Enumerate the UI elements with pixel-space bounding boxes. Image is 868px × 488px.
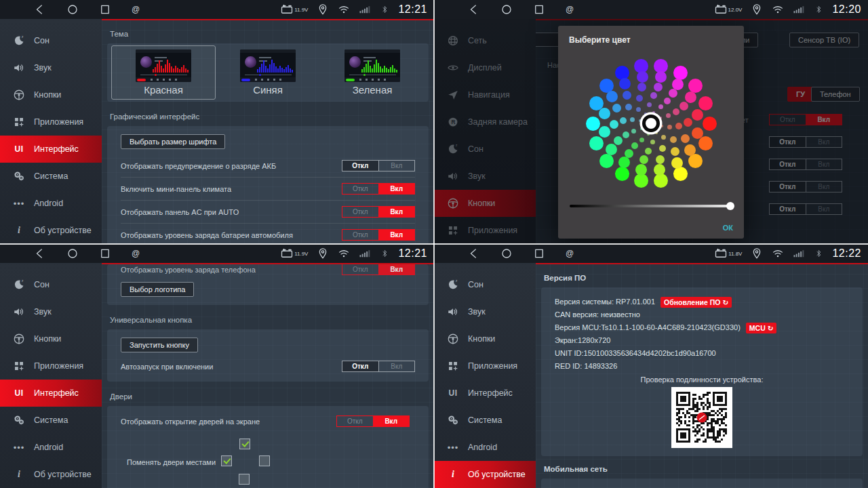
sidebar-item-ui[interactable]: UIИнтерфейс xyxy=(0,380,102,407)
toggle-on[interactable]: ОтклВкл xyxy=(336,415,410,427)
sidebar-item-apps[interactable]: Приложения xyxy=(434,352,536,380)
sidebar-item-moon[interactable]: zСон xyxy=(0,27,102,54)
back-icon[interactable] xyxy=(34,247,46,260)
color-dot[interactable] xyxy=(599,126,610,138)
color-dot[interactable] xyxy=(684,118,692,127)
color-dot[interactable] xyxy=(639,119,642,123)
ok-button[interactable]: ОК xyxy=(723,224,733,232)
sidebar-item-dots[interactable]: •••Android xyxy=(0,190,102,217)
recents-icon[interactable] xyxy=(533,3,545,16)
color-dot[interactable] xyxy=(664,98,671,104)
color-dot[interactable] xyxy=(615,167,629,181)
color-dot[interactable] xyxy=(619,78,631,89)
color-dot[interactable] xyxy=(636,95,643,102)
color-dot[interactable] xyxy=(612,104,621,113)
update-badge[interactable]: MCU ↻ xyxy=(746,323,777,333)
toggle-on-option[interactable]: Вкл xyxy=(374,416,410,426)
color-dot[interactable] xyxy=(671,157,683,169)
toggle-off-option[interactable]: Откл xyxy=(337,416,374,426)
color-dot[interactable] xyxy=(610,120,618,129)
recents-icon[interactable] xyxy=(99,3,111,16)
home-icon[interactable] xyxy=(66,3,79,16)
theme-card-3[interactable]: Зеленая xyxy=(320,45,425,100)
color-dot[interactable] xyxy=(659,117,663,120)
toggle-on-option[interactable]: Вкл xyxy=(379,361,415,371)
color-dot[interactable] xyxy=(647,132,650,136)
toggle-on[interactable]: ОтклВкл xyxy=(342,264,415,275)
color-wheel[interactable] xyxy=(558,26,744,202)
logo-select-button[interactable]: Выбор логотипа xyxy=(121,282,194,297)
color-dot[interactable] xyxy=(654,174,668,188)
color-dot[interactable] xyxy=(645,148,652,155)
slider-thumb[interactable] xyxy=(726,202,734,210)
door-checkbox-top[interactable] xyxy=(239,439,250,449)
sidebar-item-steering[interactable]: Кнопки xyxy=(434,325,536,352)
color-dot[interactable] xyxy=(650,140,655,144)
toggle-off-option[interactable]: Откл xyxy=(342,184,379,194)
color-dot[interactable] xyxy=(655,71,667,83)
color-dot[interactable] xyxy=(673,167,688,181)
color-dot[interactable] xyxy=(673,108,679,115)
color-dot[interactable] xyxy=(636,107,641,112)
home-icon[interactable] xyxy=(66,247,79,260)
toggle-on-option[interactable]: Вкл xyxy=(379,184,415,194)
theme-card-2[interactable]: Синяя xyxy=(216,45,320,100)
color-dot[interactable] xyxy=(666,113,671,118)
sidebar-item-speaker[interactable]: Звук xyxy=(0,298,102,325)
color-dot[interactable] xyxy=(631,142,638,149)
sidebar-item-dots[interactable]: •••Android xyxy=(434,434,536,461)
color-dot[interactable] xyxy=(637,71,648,83)
sidebar-item-info[interactable]: iОб устройстве xyxy=(0,461,102,488)
color-dot[interactable] xyxy=(655,131,658,135)
home-icon[interactable] xyxy=(500,247,513,260)
sidebar-item-gears[interactable]: Система xyxy=(0,163,102,190)
color-dot[interactable] xyxy=(673,66,688,80)
sidebar-item-steering[interactable]: Кнопки xyxy=(0,325,102,352)
color-dot[interactable] xyxy=(654,83,663,92)
toggle-on-option[interactable]: Вкл xyxy=(379,207,415,217)
sidebar-item-moon[interactable]: zСон xyxy=(0,271,102,298)
toggle-off-option[interactable]: Откл xyxy=(342,207,379,217)
run-button[interactable]: Запустить кнопку xyxy=(121,338,198,352)
sidebar-item-info[interactable]: iОб устройстве xyxy=(434,461,536,488)
color-dot[interactable] xyxy=(698,96,713,110)
toggle-on-option[interactable]: Вкл xyxy=(379,230,415,240)
color-dot[interactable] xyxy=(623,91,631,100)
toggle-off-option[interactable]: Откл xyxy=(342,161,379,171)
back-icon[interactable] xyxy=(468,247,480,260)
color-dot[interactable] xyxy=(635,164,647,176)
color-dot[interactable] xyxy=(661,135,666,140)
sidebar-item-ui[interactable]: UIИнтерфейс xyxy=(0,136,102,163)
sidebar-item-moon[interactable]: zСон xyxy=(434,271,536,298)
color-dot[interactable] xyxy=(639,155,648,164)
sidebar-item-gears[interactable]: Система xyxy=(0,407,102,434)
color-dot[interactable] xyxy=(639,138,644,142)
color-dot[interactable] xyxy=(672,79,684,90)
color-dot[interactable] xyxy=(625,104,632,110)
sidebar-item-apps[interactable]: Приложения xyxy=(0,108,102,136)
color-dot[interactable] xyxy=(688,79,703,93)
color-dot[interactable] xyxy=(660,125,663,128)
color-dot[interactable] xyxy=(685,92,696,103)
color-dot[interactable] xyxy=(625,149,633,158)
font-size-button[interactable]: Выбрать размер шрифта xyxy=(121,134,225,149)
color-dot[interactable] xyxy=(620,117,627,124)
color-dot[interactable] xyxy=(630,117,635,122)
recents-icon[interactable] xyxy=(99,247,111,260)
color-dot[interactable] xyxy=(656,155,665,164)
toggle-off[interactable]: ОтклВкл xyxy=(342,361,415,372)
color-dot[interactable] xyxy=(634,174,648,188)
brightness-slider[interactable] xyxy=(570,205,732,207)
color-dot[interactable] xyxy=(589,136,604,150)
color-dot[interactable] xyxy=(631,129,636,134)
app-circle-icon[interactable]: @ xyxy=(132,5,140,14)
color-dot[interactable] xyxy=(586,117,600,131)
back-icon[interactable] xyxy=(468,3,480,16)
app-circle-icon[interactable]: @ xyxy=(566,249,574,258)
color-dot[interactable] xyxy=(675,123,682,129)
color-dot[interactable] xyxy=(679,102,688,110)
color-dot[interactable] xyxy=(692,109,703,121)
door-checkbox-right[interactable] xyxy=(259,455,270,466)
sidebar-item-dots[interactable]: •••Android xyxy=(0,434,102,461)
color-dot[interactable] xyxy=(618,157,630,168)
